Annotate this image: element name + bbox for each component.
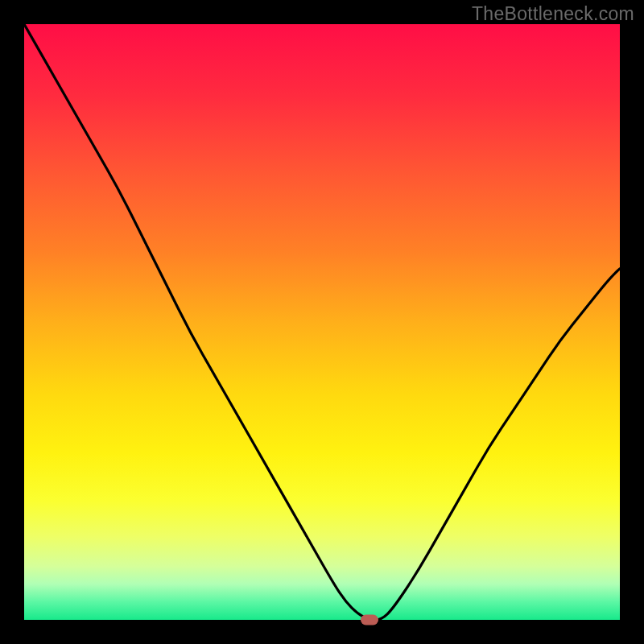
plot-area (24, 24, 620, 620)
bottleneck-curve (24, 24, 620, 620)
optimal-marker (361, 615, 378, 625)
chart-stage: TheBottleneck.com (0, 0, 644, 644)
watermark-text: TheBottleneck.com (472, 3, 634, 25)
